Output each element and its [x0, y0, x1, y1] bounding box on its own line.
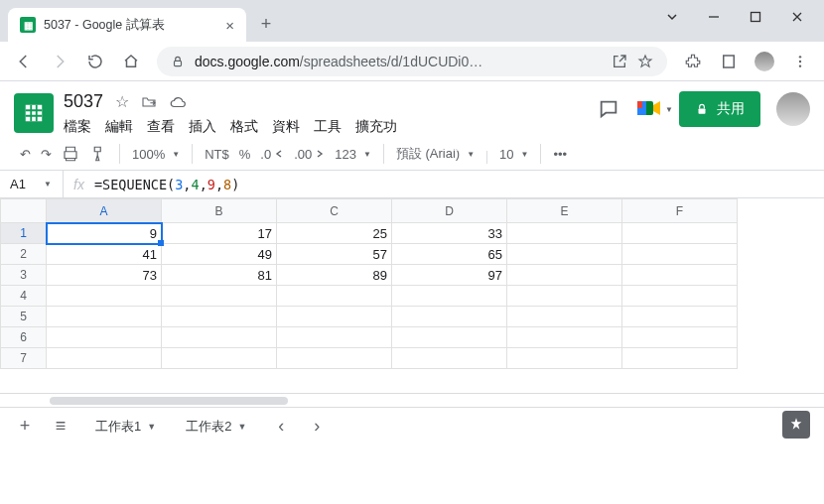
profile-avatar-icon[interactable] [755, 52, 774, 71]
cell[interactable] [162, 327, 277, 348]
cell[interactable] [622, 307, 738, 327]
minimize-icon[interactable] [707, 10, 721, 24]
chevron-down-icon[interactable] [665, 10, 679, 24]
cell[interactable] [392, 327, 507, 348]
browser-tab[interactable]: ▦ 5037 - Google 試算表 × [8, 8, 246, 42]
sheets-logo-icon[interactable] [14, 93, 54, 133]
back-icon[interactable] [14, 52, 34, 71]
row-header[interactable]: 7 [1, 348, 47, 369]
cloud-icon[interactable] [169, 93, 187, 111]
cell[interactable] [622, 327, 738, 348]
cell[interactable] [162, 286, 277, 307]
share-button[interactable]: 共用 [679, 91, 760, 127]
spreadsheet-grid[interactable]: ABCDEF191725332414957653738189974567 [0, 198, 824, 393]
row-header[interactable]: 1 [1, 223, 47, 244]
menu-edit[interactable]: 編輯 [105, 118, 133, 136]
cell[interactable] [162, 348, 277, 369]
zoom-select[interactable]: 100% [132, 147, 180, 162]
home-icon[interactable] [121, 52, 141, 71]
redo-button[interactable]: ↷ [41, 147, 52, 162]
cell[interactable] [47, 348, 162, 369]
tab-scroll-right-icon[interactable]: › [302, 412, 332, 441]
all-sheets-button[interactable]: ≡ [46, 412, 75, 441]
cell[interactable] [622, 265, 738, 286]
paint-format-button[interactable] [89, 145, 107, 163]
share-url-icon[interactable] [612, 54, 627, 69]
cell[interactable] [392, 307, 507, 327]
cell[interactable]: 73 [47, 265, 162, 286]
cell[interactable]: 25 [277, 223, 392, 244]
row-header[interactable]: 3 [1, 265, 47, 286]
more-formats-button[interactable]: 123 [335, 147, 371, 162]
move-icon[interactable] [141, 94, 157, 110]
cell[interactable] [277, 286, 392, 307]
cell[interactable] [277, 348, 392, 369]
cell[interactable] [277, 327, 392, 348]
cell[interactable] [507, 265, 622, 286]
doc-title[interactable]: 5037 [64, 91, 103, 112]
sheet-tab[interactable]: 工作表1▼ [81, 412, 170, 441]
tab-scroll-left-icon[interactable]: ‹ [266, 412, 296, 441]
formula-input[interactable]: =SEQUENCE(3,4,9,8) [94, 177, 239, 192]
row-header[interactable]: 5 [1, 307, 47, 327]
cell[interactable] [507, 223, 622, 244]
comments-icon[interactable] [598, 98, 619, 120]
increase-decimal-button[interactable]: .00 [294, 147, 325, 162]
cell[interactable]: 57 [277, 244, 392, 265]
extensions-icon[interactable] [683, 52, 703, 71]
percent-button[interactable]: % [239, 147, 251, 162]
menu-insert[interactable]: 插入 [189, 118, 216, 136]
cell[interactable] [507, 307, 622, 327]
star-icon[interactable]: ☆ [115, 92, 129, 111]
cell[interactable] [47, 307, 162, 327]
cell[interactable] [47, 286, 162, 307]
menu-file[interactable]: 檔案 [64, 118, 91, 136]
menu-view[interactable]: 查看 [147, 118, 175, 136]
column-header[interactable]: F [622, 199, 738, 223]
menu-tools[interactable]: 工具 [314, 118, 342, 136]
cell[interactable]: 41 [47, 244, 162, 265]
row-header[interactable]: 6 [1, 327, 47, 348]
url-bar[interactable]: docs.google.com/spreadsheets/d/1dUCUDi0… [157, 47, 667, 76]
cell[interactable] [162, 307, 277, 327]
font-size-select[interactable]: 10 [499, 147, 528, 162]
column-header[interactable]: B [162, 199, 277, 223]
reload-icon[interactable] [85, 52, 105, 71]
cell[interactable]: 65 [392, 244, 507, 265]
cell[interactable] [392, 286, 507, 307]
new-tab-button[interactable]: + [252, 10, 280, 38]
decrease-decimal-button[interactable]: .0 [260, 147, 284, 162]
column-header[interactable]: E [507, 199, 622, 223]
kebab-menu-icon[interactable] [790, 52, 810, 71]
currency-button[interactable]: NT$ [205, 147, 229, 162]
cell[interactable] [622, 223, 738, 244]
explore-button[interactable] [782, 411, 810, 439]
cell[interactable]: 49 [162, 244, 277, 265]
cell[interactable] [622, 286, 738, 307]
cell[interactable]: 89 [277, 265, 392, 286]
cell[interactable] [507, 327, 622, 348]
bookmark-icon[interactable] [637, 54, 653, 69]
cell[interactable] [47, 327, 162, 348]
row-header[interactable]: 2 [1, 244, 47, 265]
cell[interactable]: 81 [162, 265, 277, 286]
cell[interactable] [277, 307, 392, 327]
maximize-icon[interactable] [749, 10, 762, 24]
horizontal-scrollbar[interactable] [0, 393, 824, 407]
column-header[interactable]: A [47, 199, 162, 223]
menu-data[interactable]: 資料 [272, 118, 300, 136]
name-box[interactable]: A1 ▼ [0, 171, 64, 197]
add-sheet-button[interactable]: + [10, 412, 40, 441]
column-header[interactable]: C [277, 199, 392, 223]
account-avatar-icon[interactable] [776, 92, 810, 126]
cell[interactable] [507, 244, 622, 265]
cell[interactable]: 97 [392, 265, 507, 286]
sheet-tab[interactable]: 工作表2▼ [172, 412, 260, 441]
cell[interactable]: 17 [162, 223, 277, 244]
cell[interactable]: 33 [392, 223, 507, 244]
cell[interactable] [622, 244, 738, 265]
menu-format[interactable]: 格式 [230, 118, 258, 136]
cell[interactable] [507, 286, 622, 307]
menu-extensions[interactable]: 擴充功 [355, 118, 397, 136]
close-window-icon[interactable] [790, 10, 804, 24]
